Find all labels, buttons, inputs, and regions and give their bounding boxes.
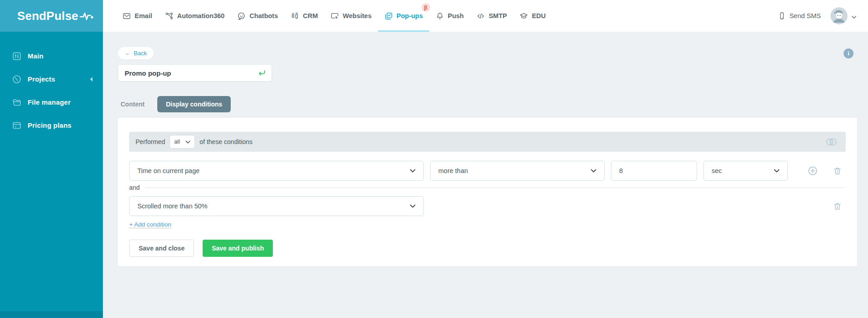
chevron-down-icon xyxy=(410,169,416,173)
envelope-icon xyxy=(122,12,131,20)
popup-name-input[interactable] xyxy=(125,69,257,77)
chevron-down-icon xyxy=(410,204,416,208)
plus-circle-icon xyxy=(807,165,818,176)
popup-icon xyxy=(384,12,393,20)
tab-display-conditions[interactable]: Display conditions xyxy=(157,96,231,112)
code-icon xyxy=(476,12,485,20)
sidebar-item-label: Projects xyxy=(28,75,55,83)
account-caret-icon[interactable] xyxy=(852,16,856,19)
projects-icon xyxy=(12,74,22,84)
nav-item-label: Email xyxy=(135,12,152,19)
send-sms-button[interactable]: Send SMS xyxy=(778,12,821,20)
sidebar-item-projects[interactable]: Projects xyxy=(0,67,103,91)
info-icon[interactable]: i xyxy=(844,48,853,58)
condition-select-value: Scrolled more than 50% xyxy=(137,202,208,210)
nav-right-group: Send SMS xyxy=(778,0,856,32)
match-type-select[interactable]: all xyxy=(170,135,195,149)
nav-item-smtp[interactable]: SMTP xyxy=(476,0,507,32)
send-sms-label: Send SMS xyxy=(790,12,821,19)
joiner-divider xyxy=(145,188,846,188)
sidebar-item-main[interactable]: Main xyxy=(0,44,103,67)
main-column: Email Automation360 Chatbots CRM Website… xyxy=(103,0,868,318)
trash-icon xyxy=(833,202,842,211)
nav-item-label: SMTP xyxy=(489,12,507,19)
joiner-label: and xyxy=(129,184,140,191)
logo-text: SendPulse xyxy=(17,9,78,23)
sliders-icon xyxy=(12,51,22,61)
display-conditions-card: Performed all of these conditions Time o… xyxy=(118,118,857,266)
phone-icon xyxy=(778,12,786,20)
unit-select-value: sec xyxy=(712,167,722,174)
condition-joiner: and xyxy=(129,184,846,191)
action-buttons: Save and close Save and publish xyxy=(129,240,846,257)
unit-select[interactable]: sec xyxy=(703,161,788,181)
condition-row: Scrolled more than 50% xyxy=(129,196,846,216)
condition-select[interactable]: Time on current page xyxy=(129,161,424,181)
add-subcondition-button[interactable] xyxy=(807,165,818,176)
nav-item-edu[interactable]: EDU xyxy=(519,0,546,32)
delete-condition-button[interactable] xyxy=(833,202,842,211)
app-root: SendPulse Main Projects xyxy=(0,0,868,318)
nav-item-label: Websites xyxy=(343,12,371,19)
popup-name-field xyxy=(118,64,272,82)
graduation-cap-icon xyxy=(519,12,528,20)
back-label: Back xyxy=(134,50,147,57)
nav-item-popups[interactable]: Pop-ups β xyxy=(384,0,423,32)
nav-item-label: EDU xyxy=(532,12,546,19)
editor-tabs: Content Display conditions xyxy=(118,96,857,112)
chatbot-icon xyxy=(237,12,246,20)
bell-icon xyxy=(436,12,444,20)
sidebar-item-label: Pricing plans xyxy=(28,121,72,129)
chevron-down-icon xyxy=(774,169,780,173)
rename-submit-icon[interactable] xyxy=(257,69,266,77)
performed-conditions-bar: Performed all of these conditions xyxy=(129,132,846,152)
nav-item-label: Automation360 xyxy=(177,12,225,19)
sidebar-item-label: File manager xyxy=(28,98,71,106)
chevron-down-icon xyxy=(591,169,596,173)
save-and-close-button[interactable]: Save and close xyxy=(129,240,194,257)
tab-content[interactable]: Content xyxy=(118,101,147,108)
back-arrow-icon: ← xyxy=(125,50,131,57)
operator-select-value: more than xyxy=(438,167,468,174)
avatar[interactable] xyxy=(830,7,848,24)
nav-item-push[interactable]: Push xyxy=(436,0,464,32)
condition-select[interactable]: Scrolled more than 50% xyxy=(129,196,424,216)
sidebar-item-label: Main xyxy=(28,52,44,60)
nav-item-label: Pop-ups xyxy=(397,12,423,19)
operator-select[interactable]: more than xyxy=(430,161,605,181)
add-condition-link[interactable]: + Add condition xyxy=(129,221,171,228)
chevron-down-icon xyxy=(185,140,190,144)
content-area: i ← Back Content Display conditions Perf… xyxy=(103,32,868,318)
pulse-icon xyxy=(79,11,95,21)
nav-item-crm[interactable]: CRM xyxy=(291,0,318,32)
nav-item-label: CRM xyxy=(303,12,318,19)
match-type-value: all xyxy=(174,139,180,145)
beta-badge: β xyxy=(422,3,430,12)
condition-row: Time on current page more than sec xyxy=(129,161,846,181)
nav-item-automation360[interactable]: Automation360 xyxy=(165,0,225,32)
nav-item-label: Push xyxy=(448,12,464,19)
back-button[interactable]: ← Back xyxy=(118,47,154,59)
value-input[interactable] xyxy=(611,161,697,181)
row-actions xyxy=(833,202,846,211)
folder-icon xyxy=(12,97,22,107)
trash-icon xyxy=(833,166,842,176)
sidebar-item-pricing-plans[interactable]: Pricing plans xyxy=(0,114,103,137)
condition-select-value: Time on current page xyxy=(137,167,199,174)
top-navigation: Email Automation360 Chatbots CRM Website… xyxy=(103,0,868,32)
nav-item-websites[interactable]: Websites xyxy=(330,0,371,32)
row-actions xyxy=(807,165,846,176)
nav-item-chatbots[interactable]: Chatbots xyxy=(237,0,278,32)
delete-condition-button[interactable] xyxy=(833,166,842,176)
website-icon xyxy=(330,12,339,20)
save-and-publish-button[interactable]: Save and publish xyxy=(203,240,273,257)
sidebar-item-file-manager[interactable]: File manager xyxy=(0,91,103,114)
chevron-left-icon[interactable] xyxy=(89,77,93,82)
sidebar: SendPulse Main Projects xyxy=(0,0,103,318)
sendpulse-logo[interactable]: SendPulse xyxy=(0,0,103,32)
intersection-toggle-icon[interactable] xyxy=(825,138,838,146)
crm-icon xyxy=(291,12,299,20)
performed-suffix-label: of these conditions xyxy=(199,138,252,145)
nav-item-email[interactable]: Email xyxy=(122,0,152,32)
sidebar-nav: Main Projects File manager xyxy=(0,32,103,137)
